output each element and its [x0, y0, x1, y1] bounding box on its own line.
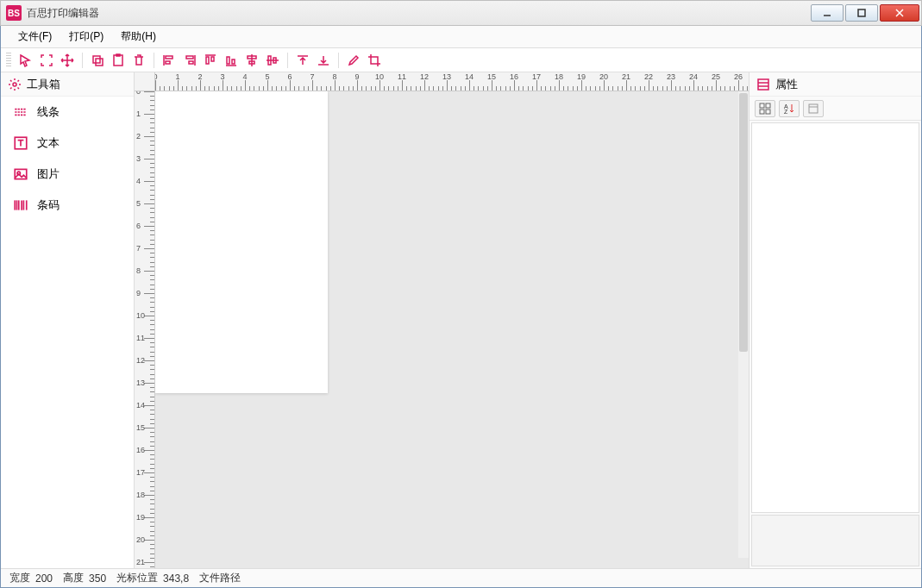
app-icon: BS [6, 5, 22, 21]
toolbox-title: 工具箱 [27, 77, 60, 92]
window-titlebar: BS 百思打印编辑器 [0, 0, 922, 26]
svg-rect-15 [206, 57, 209, 64]
design-page[interactable] [155, 91, 328, 393]
status-path-label: 文件路径 [199, 571, 241, 585]
svg-rect-47 [766, 103, 770, 108]
categorized-icon[interactable] [755, 100, 775, 117]
svg-rect-46 [760, 103, 764, 108]
scrollbar-vertical[interactable] [738, 91, 749, 558]
svg-rect-4 [93, 56, 100, 63]
svg-rect-19 [232, 59, 235, 64]
tool-label: 文本 [37, 135, 60, 151]
scrollbar-thumb[interactable] [739, 93, 748, 352]
svg-rect-13 [189, 61, 193, 64]
paste-icon[interactable] [109, 51, 128, 70]
properties-panel: 属性 AZ [749, 72, 921, 568]
status-width-value: 200 [35, 572, 53, 585]
maximize-button[interactable] [845, 4, 878, 22]
toolbar [1, 48, 921, 72]
canvas-area: 0123456789101112131415161718192021222324… [135, 72, 749, 568]
line-icon [13, 104, 28, 120]
svg-rect-6 [114, 55, 122, 66]
window-body: 文件(F) 打印(P) 帮助(H) 工具箱 [0, 26, 922, 588]
menu-file[interactable]: 文件(F) [9, 26, 60, 47]
status-height-value: 350 [89, 572, 106, 585]
svg-point-28 [13, 83, 16, 86]
image-icon [13, 166, 28, 182]
minimize-button[interactable] [811, 4, 844, 22]
copy-icon[interactable] [88, 51, 107, 70]
svg-rect-10 [166, 61, 170, 64]
svg-rect-7 [116, 54, 120, 56]
property-pages-icon[interactable] [803, 100, 824, 117]
fullscreen-icon[interactable] [37, 51, 56, 70]
barcode-icon [13, 197, 28, 213]
properties-toolbar: AZ [750, 97, 921, 121]
svg-rect-18 [227, 57, 229, 64]
tool-label: 线条 [37, 104, 60, 120]
tool-label: 图片 [37, 166, 60, 182]
toolbox-header: 工具箱 [1, 72, 134, 97]
tool-line[interactable]: 线条 [1, 97, 134, 128]
statusbar: 宽度 200 高度 350 光标位置 343,8 文件路径 [1, 568, 921, 587]
pointer-icon[interactable] [16, 51, 35, 70]
ruler-corner [135, 72, 155, 91]
canvas-viewport[interactable] [155, 91, 749, 568]
align-top-icon[interactable] [201, 51, 220, 70]
svg-rect-5 [96, 59, 103, 66]
toolbar-grip [6, 53, 11, 68]
bring-front-icon[interactable] [293, 51, 312, 70]
properties-description [751, 515, 919, 566]
svg-rect-43 [758, 79, 768, 90]
tool-label: 条码 [37, 197, 60, 213]
close-button[interactable] [880, 4, 919, 22]
gear-icon [8, 78, 22, 91]
send-back-icon[interactable] [314, 51, 333, 70]
align-left-icon[interactable] [160, 51, 179, 70]
ruler-vertical: 0123456789101112131415161718192021 [135, 91, 155, 568]
svg-rect-52 [809, 104, 818, 113]
status-cursor-label: 光标位置 [116, 571, 158, 585]
align-center-v-icon[interactable] [263, 51, 282, 70]
svg-rect-16 [211, 57, 214, 61]
tool-barcode[interactable]: 条码 [1, 190, 134, 221]
svg-rect-12 [186, 56, 193, 59]
svg-rect-48 [760, 109, 764, 114]
properties-header: 属性 [750, 72, 921, 97]
crop-icon[interactable] [365, 51, 384, 70]
window-title: 百思打印编辑器 [27, 6, 99, 21]
main-body: 工具箱 线条 文本 图片 条码 012345678910111213141516 [1, 72, 921, 568]
align-bottom-icon[interactable] [222, 51, 241, 70]
align-center-h-icon[interactable] [242, 51, 261, 70]
menubar: 文件(F) 打印(P) 帮助(H) [1, 26, 921, 48]
svg-text:Z: Z [784, 109, 788, 115]
properties-grid[interactable] [751, 122, 919, 513]
align-right-icon[interactable] [180, 51, 199, 70]
grid-icon [756, 78, 770, 91]
text-icon [13, 135, 28, 151]
svg-rect-49 [766, 109, 770, 114]
ruler-horizontal: 0123456789101112131415161718192021222324… [155, 72, 749, 91]
toolbox-panel: 工具箱 线条 文本 图片 条码 [1, 72, 135, 568]
tool-text[interactable]: 文本 [1, 128, 134, 159]
status-height-label: 高度 [63, 571, 84, 585]
delete-icon[interactable] [129, 51, 148, 70]
svg-rect-1 [858, 9, 865, 16]
menu-print[interactable]: 打印(P) [60, 26, 112, 47]
move-icon[interactable] [58, 51, 77, 70]
tool-image[interactable]: 图片 [1, 159, 134, 190]
svg-rect-9 [166, 56, 172, 59]
sort-az-icon[interactable]: AZ [779, 100, 800, 117]
status-cursor-value: 343,8 [163, 572, 189, 585]
menu-help[interactable]: 帮助(H) [112, 26, 165, 47]
status-width-label: 宽度 [9, 571, 30, 585]
edit-icon[interactable] [344, 51, 363, 70]
properties-title: 属性 [775, 77, 798, 92]
